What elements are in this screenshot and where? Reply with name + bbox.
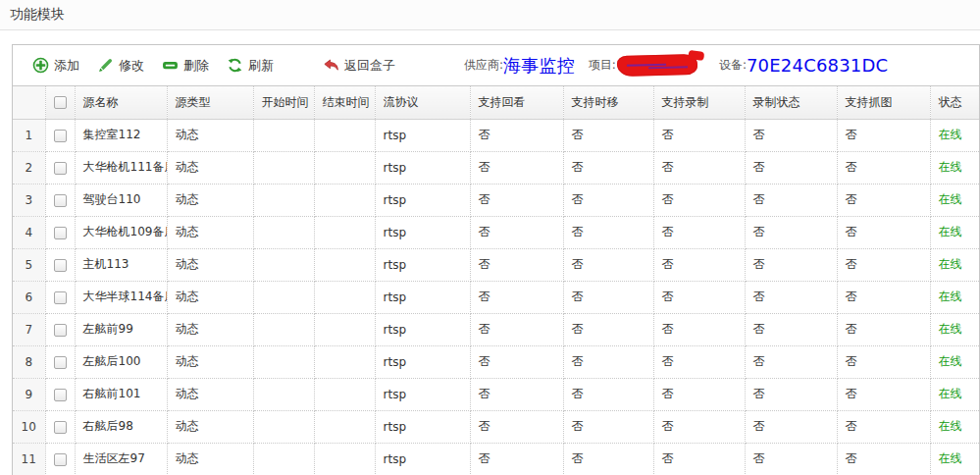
delete-button-label: 删除 (183, 57, 209, 75)
cell-source-name: 生活区左97 (75, 443, 167, 475)
cell-support-playback: 否 (470, 151, 563, 184)
row-checkbox[interactable] (54, 194, 67, 207)
cell-support-playback: 否 (470, 248, 563, 281)
cell-record-status: 否 (745, 443, 837, 475)
cell-support-playback: 否 (470, 345, 563, 378)
refresh-button[interactable]: 刷新 (227, 57, 274, 75)
table-row: 2大华枪机111备用动态rtsp否否否否否在线 (13, 151, 979, 184)
cell-start-time (253, 378, 314, 410)
cell-support-snapshot: 否 (837, 119, 930, 151)
header-cell-1: 源类型 (167, 86, 253, 119)
cell-checkbox (45, 281, 75, 313)
cell-support-record: 否 (653, 378, 745, 410)
header-cell-0: 源名称 (75, 86, 167, 119)
pencil-icon (97, 57, 114, 74)
header-cell-checkbox (45, 86, 75, 119)
table-body: 1集控室112动态rtsp否否否否否在线2大华枪机111备用动态rtsp否否否否… (13, 119, 979, 475)
row-checkbox[interactable] (54, 291, 67, 304)
cell-start-time (253, 410, 314, 443)
delete-button[interactable]: 删除 (162, 57, 209, 75)
cell-source-name: 主机113 (75, 248, 167, 281)
refresh-button-label: 刷新 (248, 57, 274, 75)
cell-end-time (314, 248, 375, 281)
cell-record-status: 否 (745, 281, 837, 313)
header-cell-3: 结束时间 (314, 86, 375, 119)
project-redaction-scribble (617, 54, 698, 77)
cell-support-record: 否 (653, 151, 745, 184)
cell-protocol: rtsp (375, 281, 470, 313)
cell-source-name: 驾驶台110 (75, 184, 167, 216)
cell-support-timeshift: 否 (563, 378, 653, 410)
cell-support-playback: 否 (470, 184, 563, 216)
row-checkbox[interactable] (54, 259, 67, 272)
cell-support-playback: 否 (470, 119, 563, 151)
cell-start-time (253, 248, 314, 281)
cell-end-time (314, 119, 375, 151)
row-checkbox[interactable] (54, 227, 67, 239)
row-checkbox[interactable] (54, 356, 67, 369)
cell-support-snapshot: 否 (837, 410, 930, 443)
cell-support-playback: 否 (470, 410, 563, 443)
cell-source-name: 右舷前101 (75, 378, 167, 410)
header-cell-index (13, 86, 45, 119)
cell-protocol: rtsp (375, 151, 470, 184)
cell-end-time (314, 151, 375, 184)
cell-source-type: 动态 (167, 248, 253, 281)
cell-end-time (314, 410, 375, 443)
select-all-checkbox[interactable] (54, 96, 67, 109)
cell-start-time (253, 216, 314, 248)
cell-row-index: 11 (13, 443, 45, 475)
module-panel: 添加 修改 删除 (12, 44, 980, 475)
cell-support-timeshift: 否 (563, 345, 653, 378)
cell-start-time (253, 119, 314, 151)
row-checkbox[interactable] (54, 453, 67, 466)
table-row: 7左舷前99动态rtsp否否否否否在线 (13, 313, 979, 345)
cell-status: 在线 (930, 410, 979, 443)
table-row: 8左舷后100动态rtsp否否否否否在线 (13, 345, 979, 378)
cell-checkbox (45, 151, 75, 184)
refresh-icon (227, 57, 243, 74)
cell-end-time (314, 313, 375, 345)
cell-support-timeshift: 否 (563, 216, 653, 248)
modify-button[interactable]: 修改 (97, 57, 144, 75)
cell-status: 在线 (930, 281, 979, 313)
cell-status: 在线 (930, 151, 979, 184)
cell-record-status: 否 (745, 216, 837, 248)
page-header: 功能模块 (0, 0, 980, 30)
table-row: 4大华枪机109备用动态rtsp否否否否否在线 (13, 216, 979, 248)
row-checkbox[interactable] (54, 130, 67, 142)
row-checkbox[interactable] (54, 324, 67, 337)
cell-start-time (253, 184, 314, 216)
header-cell-6: 支持时移 (563, 86, 653, 119)
row-checkbox[interactable] (54, 162, 67, 175)
cell-row-index: 10 (13, 410, 45, 443)
cell-protocol: rtsp (375, 443, 470, 475)
row-checkbox[interactable] (54, 389, 67, 401)
cell-source-type: 动态 (167, 151, 253, 184)
cell-support-timeshift: 否 (563, 119, 653, 151)
cell-support-record: 否 (653, 313, 745, 345)
cell-end-time (314, 378, 375, 410)
cell-source-name: 左舷后100 (75, 345, 167, 378)
cell-protocol: rtsp (375, 248, 470, 281)
header-cell-2: 开始时间 (253, 86, 314, 119)
cell-support-playback: 否 (470, 216, 563, 248)
cell-status: 在线 (930, 248, 979, 281)
cell-support-record: 否 (653, 345, 745, 378)
row-checkbox[interactable] (54, 421, 67, 434)
header-cell-5: 支持回看 (470, 86, 563, 119)
cell-status: 在线 (930, 345, 979, 378)
cell-source-name: 大华枪机111备用 (75, 151, 167, 184)
cell-support-snapshot: 否 (837, 151, 930, 184)
cell-end-time (314, 443, 375, 475)
cell-status: 在线 (930, 443, 979, 475)
cell-record-status: 否 (745, 410, 837, 443)
cell-checkbox (45, 345, 75, 378)
header-cell-9: 支持抓图 (837, 86, 930, 119)
return-box-button[interactable]: 返回盒子 (323, 57, 395, 75)
add-button-label: 添加 (54, 57, 79, 75)
cell-row-index: 2 (13, 151, 45, 184)
cell-support-timeshift: 否 (563, 248, 653, 281)
add-button[interactable]: 添加 (32, 57, 79, 75)
table-row: 3驾驶台110动态rtsp否否否否否在线 (13, 184, 979, 216)
